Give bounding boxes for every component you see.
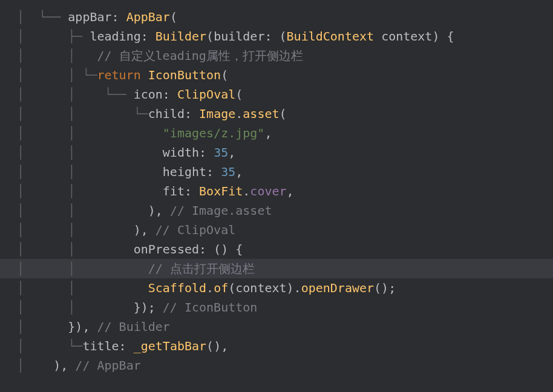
code-line-10: │ │ fit: BoxFit.cover, [7, 181, 553, 201]
code-line-11: │ │ ), // Image.asset [7, 201, 553, 220]
closing-comment: // Image.asset [163, 203, 272, 218]
type-BuildContext: BuildContext [287, 29, 375, 44]
indent-guide: │ │ [17, 281, 148, 295]
type-Image: Image [199, 106, 235, 121]
param-title: title [82, 339, 119, 353]
indent-guide: │ │ [17, 145, 163, 160]
closing-comment: // IconButton [155, 300, 258, 315]
code-line-16: │ │ }); // IconButton [7, 298, 553, 317]
indent-guide: │ ├─ [17, 29, 90, 44]
closing-comment: // ClipOval [148, 223, 236, 237]
method-of: of [214, 281, 228, 295]
type-AppBar: AppBar [126, 10, 170, 24]
code-line-19: │ ), // AppBar [7, 356, 553, 375]
code-line-9: │ │ height: 35, [7, 162, 553, 181]
code-line-1: │ └── appBar: AppBar( [7, 7, 553, 27]
indent-guide: │ │ └─ [17, 106, 148, 121]
code-line-14-highlighted: │ │ // 点击打开侧边栏 [0, 259, 553, 278]
param-icon: icon [134, 87, 163, 102]
param-appBar: appBar [68, 10, 111, 24]
param-fit: fit [163, 184, 185, 198]
code-editor[interactable]: │ └── appBar: AppBar( │ ├─ leading: Buil… [0, 7, 553, 375]
param-leading: leading [90, 29, 140, 44]
indent-guide: │ │ [17, 300, 134, 315]
param-height: height [163, 165, 206, 179]
param-width: width [163, 145, 199, 160]
type-IconButton: IconButton [148, 68, 221, 82]
param-builder: builder [214, 29, 264, 44]
indent-guide: │ │ [17, 203, 148, 218]
method-getTabBar: _getTabBar [134, 339, 206, 353]
closing-comment: // AppBar [68, 358, 140, 373]
param-onPressed: onPressed [134, 242, 199, 256]
type-Builder: Builder [155, 29, 206, 44]
comment: // 自定义leading属性，打开侧边栏 [97, 48, 303, 63]
method-openDrawer: openDrawer [301, 281, 374, 295]
code-line-17: │ }), // Builder [7, 317, 553, 336]
number-35: 35 [214, 145, 228, 160]
code-line-3: │ │ // 自定义leading属性，打开侧边栏 [7, 46, 553, 65]
prop-cover: cover [250, 184, 286, 198]
indent-guide: │ │ [17, 223, 134, 237]
indent-guide: │ │ [17, 261, 148, 276]
method-asset: asset [243, 106, 279, 121]
code-line-12: │ │ ), // ClipOval [7, 220, 553, 240]
indent-guide: │ │ [17, 48, 97, 63]
code-line-6: │ │ └─child: Image.asset( [7, 104, 553, 123]
indent-guide: │ └─ [17, 339, 82, 353]
indent-guide: │ │ └─ [17, 68, 97, 82]
code-line-2: │ ├─ leading: Builder(builder: (BuildCon… [7, 27, 553, 46]
var-context: context [235, 281, 286, 295]
type-BoxFit: BoxFit [199, 184, 243, 198]
code-line-7: │ │ "images/z.jpg", [7, 123, 553, 143]
indent-guide: │ [17, 319, 68, 334]
indent-guide: │ │ └── [17, 87, 134, 102]
type-ClipOval: ClipOval [177, 87, 235, 102]
number-35: 35 [221, 165, 235, 179]
code-line-5: │ │ └── icon: ClipOval( [7, 85, 553, 104]
code-line-15: │ │ Scaffold.of(context).openDrawer(); [7, 278, 553, 298]
indent-guide: │ │ [17, 126, 163, 140]
code-line-18: │ └─title: _getTabBar(), [7, 336, 553, 356]
string-image-path: "images/z.jpg" [163, 126, 265, 140]
indent-guide: │ │ [17, 242, 134, 256]
indent-guide: │ └── [17, 10, 68, 24]
param-child: child [148, 106, 185, 121]
var-context: context [381, 29, 432, 44]
closing-comment: // Builder [90, 319, 169, 334]
code-line-8: │ │ width: 35, [7, 143, 553, 162]
indent-guide: │ │ [17, 165, 163, 179]
code-line-4: │ │ └─return IconButton( [7, 65, 553, 85]
keyword-return: return [97, 68, 140, 82]
code-line-13: │ │ onPressed: () { [7, 240, 553, 259]
indent-guide: │ [17, 358, 53, 373]
type-Scaffold: Scaffold [148, 281, 206, 295]
comment: // 点击打开侧边栏 [148, 261, 255, 276]
indent-guide: │ │ [17, 184, 163, 198]
